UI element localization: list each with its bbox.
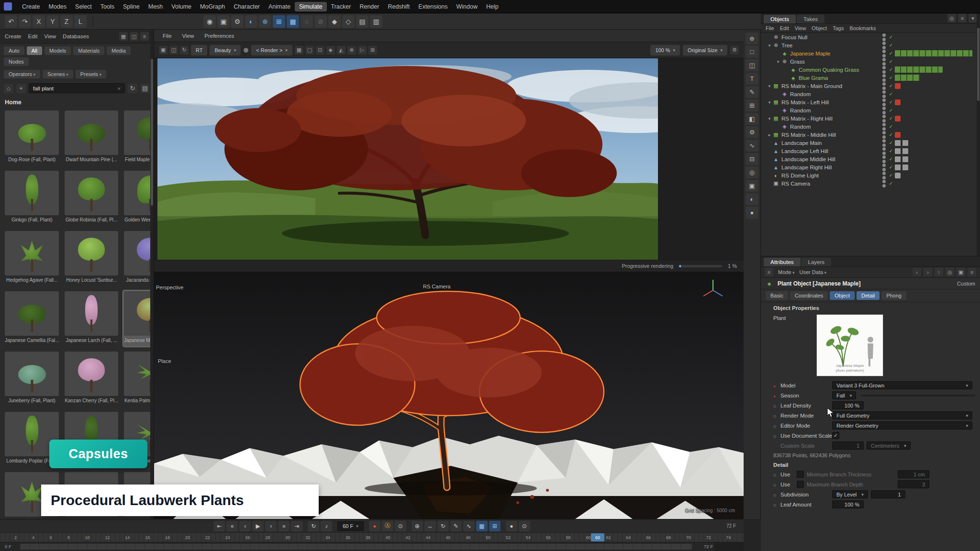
category-tab[interactable]: Phong [881, 291, 906, 300]
plant-asset-item[interactable]: Hedgehog Agave (Fall... [4, 230, 60, 287]
menu-item[interactable]: MoGraph [196, 2, 229, 11]
extrude-icon[interactable]: ⊟ [746, 153, 758, 165]
menu-item[interactable]: Spline [119, 2, 144, 11]
viewport-menu-item[interactable]: Preferences [200, 32, 239, 40]
enable-check-icon[interactable] [887, 116, 895, 121]
property-tail-control[interactable]: 1 cm [898, 470, 929, 478]
om-menu-item[interactable]: File [766, 25, 774, 31]
object-tags[interactable] [895, 165, 976, 170]
property-tail-control[interactable]: 1 [871, 490, 905, 498]
plant-thumbnail[interactable] [65, 291, 118, 336]
menu-item[interactable]: Render [355, 2, 383, 11]
filter-icon[interactable]: ≡ [958, 14, 967, 22]
plant-thumbnail[interactable] [5, 352, 59, 396]
plant-asset-item[interactable]: Juneberry (Fall, Plant) [4, 351, 60, 407]
sound-button[interactable]: ♪ [321, 521, 332, 531]
lock-icon[interactable]: ▣ [957, 268, 965, 276]
object-label[interactable]: Tree [781, 43, 792, 48]
object-tags[interactable] [895, 156, 976, 162]
refresh-icon[interactable]: ↻ [128, 84, 137, 93]
menu-item[interactable]: Simulate [295, 2, 327, 11]
render-viewport[interactable] [154, 58, 744, 260]
app-logo-icon[interactable] [4, 2, 12, 11]
object-tree-row[interactable]: ▾ ▦ RS Matrix - Right Hill [761, 114, 980, 122]
object-tree-row[interactable]: ▸ ▦ RS Matrix - Middle Hill [761, 131, 980, 139]
record-button[interactable]: ● [369, 521, 380, 531]
plant-thumbnail[interactable] [5, 171, 59, 215]
asset-menu-item[interactable]: Databases [63, 33, 89, 39]
record-position-button[interactable]: ⊕ [412, 521, 423, 531]
search-icon[interactable]: ◎ [947, 14, 956, 22]
enable-check-icon[interactable] [887, 165, 895, 170]
enable-check-icon[interactable] [887, 156, 895, 162]
property-marker-icon[interactable] [773, 472, 780, 477]
plant-thumbnail[interactable] [5, 110, 59, 155]
category-tab[interactable]: Object [830, 291, 855, 300]
object-label[interactable]: Blue Grama [799, 75, 828, 81]
spline-pen-icon[interactable]: ✎ [746, 86, 758, 98]
color-swatch-icon[interactable] [243, 47, 249, 53]
object-label[interactable]: Focus Null [781, 34, 807, 40]
magnet-icon[interactable]: ⊕ [259, 15, 271, 28]
render-view-icon[interactable]: ◉ [203, 15, 216, 28]
menu-item[interactable]: Window [452, 2, 481, 11]
enable-check-icon[interactable] [887, 99, 895, 105]
menu-item[interactable]: Character [229, 2, 264, 11]
enable-check-icon[interactable] [887, 148, 895, 154]
filter-chip[interactable]: Materials [73, 46, 104, 55]
visibility-toggles[interactable] [882, 180, 887, 187]
plant-thumbnail[interactable] [124, 352, 154, 396]
play-button[interactable]: ▶ [252, 521, 264, 531]
snapshot-icon[interactable]: ⊡ [316, 46, 324, 55]
object-label[interactable]: RS Matrix - Middle Hill [781, 132, 836, 138]
axis-y-toggle[interactable]: Y [46, 15, 59, 28]
menu-item[interactable]: Mesh [144, 2, 167, 11]
visibility-toggles[interactable] [882, 139, 887, 147]
visibility-toggles[interactable] [882, 66, 887, 74]
home-icon[interactable]: ⌂ [4, 84, 13, 93]
visibility-toggles[interactable] [882, 58, 887, 66]
menu-item[interactable]: Create [18, 2, 45, 11]
material-manager-icon[interactable]: ▤ [356, 15, 368, 28]
gear-icon[interactable]: ⚙ [730, 46, 739, 55]
content-browser-icon[interactable]: ▥ [370, 15, 382, 28]
menu-item[interactable]: Modes [45, 2, 71, 11]
snap-toggle-icon[interactable]: ⊞ [273, 15, 285, 28]
expander-icon[interactable]: ▾ [767, 116, 772, 121]
enable-check-icon[interactable] [887, 124, 895, 129]
viewport-menu-item[interactable]: View [178, 32, 199, 40]
plant-asset-item[interactable]: Golden Weeping Willo... [123, 170, 154, 226]
size-dropdown[interactable]: Original Size [683, 45, 727, 55]
visibility-toggles[interactable] [882, 74, 887, 82]
plant-thumbnail[interactable] [65, 231, 118, 276]
render-pass-dropdown[interactable]: Beauty [210, 45, 241, 55]
redo-icon[interactable]: ↷ [19, 15, 31, 28]
go-end-button[interactable]: ⇥ [291, 521, 302, 531]
visibility-toggles[interactable] [882, 147, 887, 155]
custom-preset-dropdown[interactable]: Custom [957, 281, 975, 287]
object-tree-row[interactable]: ⊕ Focus Null [761, 33, 980, 41]
plant-asset-item[interactable]: Kentia Palm (Fall, Plant) [123, 351, 154, 407]
interactive-render-icon[interactable]: ◐ [245, 15, 257, 28]
expander-icon[interactable]: ▾ [767, 43, 772, 48]
object-tree-row[interactable]: ◐ RS Dome Light [761, 171, 980, 179]
deformer-icon[interactable]: ⚙ [746, 126, 758, 138]
render-preview-button[interactable]: ⊙ [519, 521, 530, 531]
range-start-label[interactable]: 0 F [5, 544, 11, 549]
object-tree-row[interactable]: ▾ ▦ RS Matrix - Main Ground [761, 82, 980, 90]
menu-icon[interactable]: ≡ [968, 268, 976, 276]
object-label[interactable]: RS Matrix - Left Hill [781, 99, 829, 105]
property-control[interactable] [797, 471, 804, 478]
property-control[interactable]: 1 [832, 441, 864, 450]
object-manager-scrollbar[interactable] [977, 13, 980, 256]
timeline-playhead[interactable]: 60 [591, 533, 604, 541]
keyframe-icon[interactable]: ◆ [328, 15, 341, 28]
search-icon[interactable]: ◎ [946, 268, 954, 276]
visibility-toggles[interactable] [882, 172, 887, 179]
property-control[interactable] [832, 432, 839, 439]
object-tags[interactable] [895, 75, 976, 81]
object-tags[interactable] [895, 132, 976, 138]
object-tags[interactable] [895, 148, 976, 154]
plant-thumbnail[interactable] [65, 110, 118, 155]
plant-thumbnail[interactable] [5, 291, 59, 336]
